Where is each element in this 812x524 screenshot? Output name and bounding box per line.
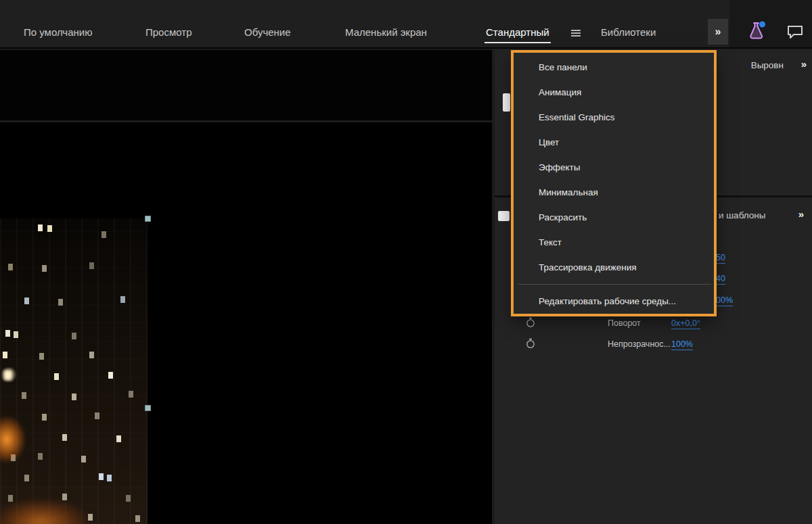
properties-panel-menu-chevron[interactable]: » — [798, 208, 804, 220]
workspace-tabs-bar: По умолчанию Просмотр Обучение Маленький… — [0, 0, 812, 49]
menu-item-effects[interactable]: Эффекты — [514, 155, 715, 180]
menu-item-essential-graphics[interactable]: Essential Graphics — [514, 105, 715, 130]
tab-default[interactable]: По умолчанию — [24, 26, 92, 38]
menu-item-color[interactable]: Цвет — [514, 130, 715, 155]
tab-small-screen[interactable]: Маленький экран — [345, 26, 427, 38]
window-bloom — [0, 367, 18, 382]
building-window-lights — [0, 218, 5, 225]
property-value-fragment[interactable]: 40 — [716, 274, 725, 285]
properties-panel-title-fragment: и шаблоны — [719, 210, 765, 220]
stopwatch-icon[interactable] — [525, 338, 536, 352]
menu-item-motion-tracking[interactable]: Трассировка движения — [514, 255, 715, 280]
menu-item-animation[interactable]: Анимация — [514, 80, 715, 105]
selection-handle[interactable] — [145, 405, 151, 411]
topbar-icon-area — [729, 0, 812, 47]
align-panel-title: Выровн — [751, 60, 784, 70]
program-monitor — [0, 122, 492, 524]
property-row-opacity: Непрозрачнос... 100% — [495, 337, 812, 354]
obscured-text-fragment — [498, 211, 510, 221]
property-label: Поворот — [608, 318, 641, 328]
street-light-glow — [0, 416, 26, 463]
tab-libraries[interactable]: Библиотеки — [601, 26, 656, 38]
menu-item-edit-workspaces[interactable]: Редактировать рабочие среды... — [514, 289, 715, 314]
obscured-text-fragment — [503, 93, 510, 112]
property-value[interactable]: 100% — [671, 339, 693, 350]
selection-handle[interactable] — [145, 216, 151, 222]
beaker-notification-icon[interactable] — [747, 20, 766, 43]
tab-standard[interactable]: Стандартный — [486, 26, 549, 38]
menu-item-text[interactable]: Текст — [514, 230, 715, 255]
tab-review[interactable]: Просмотр — [145, 26, 192, 38]
property-value-fragment[interactable]: 00% — [716, 295, 733, 306]
menu-separator — [518, 284, 711, 285]
video-content-building — [0, 218, 148, 524]
workspace-menu-icon[interactable] — [571, 30, 581, 31]
align-panel-menu-chevron[interactable]: » — [801, 58, 807, 70]
upper-left-panel — [0, 50, 492, 120]
menu-item-minimal[interactable]: Минимальная — [514, 180, 715, 205]
menu-item-all-panels[interactable]: Все панели — [514, 55, 715, 80]
feedback-bubble-icon[interactable] — [786, 24, 804, 43]
stopwatch-icon[interactable] — [525, 317, 536, 331]
menu-item-paint[interactable]: Раскрасить — [514, 205, 715, 230]
property-label: Непрозрачнос... — [608, 339, 671, 349]
street-light-glow — [0, 499, 88, 524]
property-value-fragment[interactable]: 50 — [716, 253, 725, 264]
workspace-overflow-menu: Все панели Анимация Essential Graphics Ц… — [514, 53, 715, 316]
workspace-overflow-chevron-button[interactable]: » — [708, 19, 728, 45]
app-window: По умолчанию Просмотр Обучение Маленький… — [0, 0, 812, 524]
property-row-rotation: Поворот 0x+0,0° — [495, 316, 812, 333]
tab-learn[interactable]: Обучение — [244, 26, 291, 38]
property-value[interactable]: 0x+0,0° — [671, 318, 700, 329]
